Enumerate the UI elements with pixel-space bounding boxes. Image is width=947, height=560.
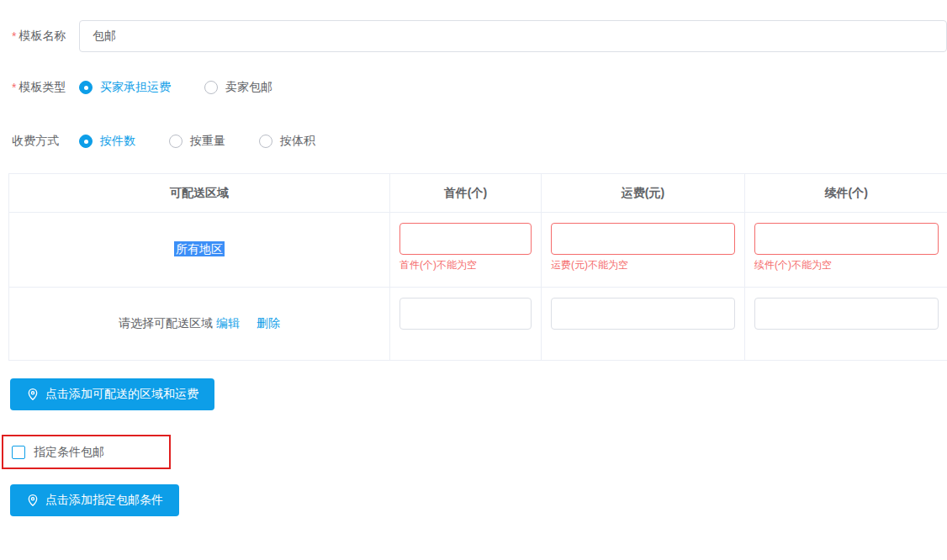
header-next-piece: 续件(个) xyxy=(745,174,947,213)
fee-cell: 运费(元)不能为空 xyxy=(542,213,745,288)
header-delivery-area: 可配送区域 xyxy=(9,174,390,213)
next-piece-input[interactable] xyxy=(754,223,939,255)
add-free-shipping-condition-button-label: 点击添加指定包邮条件 xyxy=(45,493,163,508)
first-piece-input[interactable] xyxy=(399,223,532,255)
add-area-fee-button[interactable]: 点击添加可配送的区域和运费 xyxy=(10,378,214,410)
first-piece-error: 首件(个)不能为空 xyxy=(399,258,532,272)
charge-method-row: 收费方式 按件数 按重量 按体积 xyxy=(12,134,947,149)
table-row: 请选择可配送区域 编辑 删除 xyxy=(9,288,947,361)
radio-unselected-icon xyxy=(204,81,218,94)
charge-method-radio-group: 按件数 按重量 按体积 xyxy=(79,134,349,149)
first-piece-cell: 首件(个)不能为空 xyxy=(390,213,542,288)
add-free-shipping-condition-button[interactable]: 点击添加指定包邮条件 xyxy=(10,484,179,516)
conditional-free-shipping-label: 指定条件包邮 xyxy=(34,445,104,460)
fee-cell xyxy=(542,288,745,361)
radio-by-piece-label: 按件数 xyxy=(100,134,135,149)
radio-by-weight[interactable]: 按重量 xyxy=(169,134,225,149)
fee-error: 运费(元)不能为空 xyxy=(551,258,735,272)
charge-method-label-text: 收费方式 xyxy=(12,134,59,147)
required-asterisk: * xyxy=(12,29,16,43)
next-piece-input[interactable] xyxy=(754,298,939,330)
template-name-label: *模板名称 xyxy=(12,29,79,44)
first-piece-input[interactable] xyxy=(399,298,532,330)
shipping-template-form: *模板名称 *模板类型 买家承担运费 卖家包邮 收费方式 按件数 xyxy=(0,20,947,560)
radio-by-volume[interactable]: 按体积 xyxy=(259,134,315,149)
header-fee: 运费(元) xyxy=(542,174,745,213)
next-piece-cell xyxy=(745,288,947,361)
template-name-label-text: 模板名称 xyxy=(19,29,66,42)
radio-buyer-pays-label: 买家承担运费 xyxy=(100,80,171,95)
template-type-radio-group: 买家承担运费 卖家包邮 xyxy=(79,80,306,95)
radio-by-weight-label: 按重量 xyxy=(190,134,225,149)
conditional-free-shipping-box: 指定条件包邮 xyxy=(2,435,171,469)
radio-selected-icon xyxy=(79,135,93,148)
next-piece-cell: 续件(个)不能为空 xyxy=(745,213,947,288)
header-first-piece: 首件(个) xyxy=(390,174,542,213)
all-regions-link[interactable]: 所有地区 xyxy=(174,241,225,256)
location-pin-icon xyxy=(26,388,40,401)
select-area-text: 请选择可配送区域 xyxy=(119,316,213,330)
radio-buyer-pays[interactable]: 买家承担运费 xyxy=(79,80,171,95)
template-name-row: *模板名称 xyxy=(12,20,947,52)
template-type-label-text: 模板类型 xyxy=(19,80,66,93)
radio-seller-free-shipping-label: 卖家包邮 xyxy=(225,80,272,95)
template-type-label: *模板类型 xyxy=(12,80,79,95)
area-cell-all-regions: 所有地区 xyxy=(9,213,390,288)
location-pin-icon xyxy=(26,494,40,507)
required-asterisk: * xyxy=(12,81,16,94)
area-cell-select: 请选择可配送区域 编辑 删除 xyxy=(9,288,390,361)
template-type-row: *模板类型 买家承担运费 卖家包邮 xyxy=(12,80,947,95)
add-area-fee-button-label: 点击添加可配送的区域和运费 xyxy=(45,387,198,402)
template-name-input[interactable] xyxy=(79,20,947,52)
radio-selected-icon xyxy=(79,81,93,94)
radio-unselected-icon xyxy=(169,135,183,148)
radio-by-piece[interactable]: 按件数 xyxy=(79,134,135,149)
next-piece-error: 续件(个)不能为空 xyxy=(754,258,939,272)
edit-link[interactable]: 编辑 xyxy=(216,316,240,330)
fee-input[interactable] xyxy=(551,223,735,255)
delete-link[interactable]: 删除 xyxy=(257,316,280,330)
radio-unselected-icon xyxy=(259,135,272,148)
table-row: 所有地区 首件(个)不能为空 运费(元)不能为空 续件(个)不能为空 xyxy=(9,213,947,288)
charge-method-label: 收费方式 xyxy=(12,134,79,149)
fee-input[interactable] xyxy=(551,298,735,330)
table-header-row: 可配送区域 首件(个) 运费(元) 续件(个) xyxy=(9,174,947,213)
conditional-free-shipping-checkbox[interactable] xyxy=(12,446,25,459)
shipping-fee-table: 可配送区域 首件(个) 运费(元) 续件(个) 所有地区 首件(个)不能为空 运… xyxy=(8,173,947,361)
first-piece-cell xyxy=(390,288,542,361)
radio-seller-free-shipping[interactable]: 卖家包邮 xyxy=(204,80,272,95)
radio-by-volume-label: 按体积 xyxy=(280,134,315,149)
